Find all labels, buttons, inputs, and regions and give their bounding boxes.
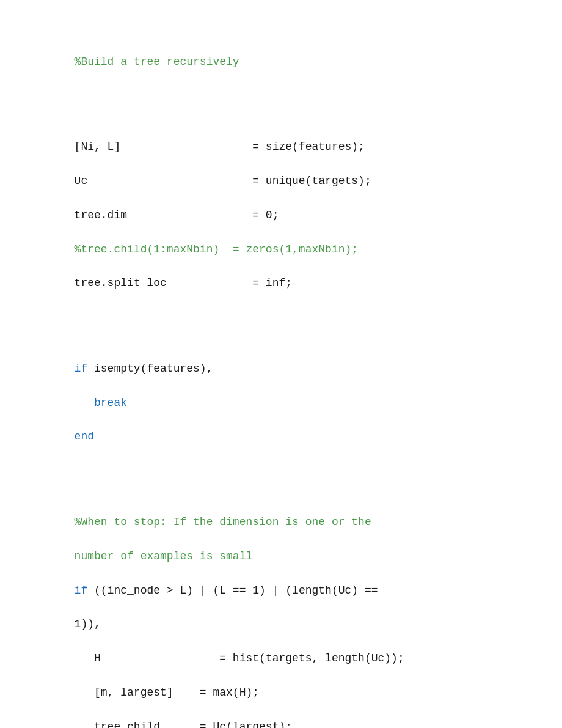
code-uc: Uc = unique(targets);: [75, 175, 371, 187]
code-break-1: break: [75, 397, 127, 409]
blank-line-2: [61, 326, 525, 344]
comment-tree-child: %tree.child(1:maxNbin) = zeros(1,maxNbin…: [75, 243, 358, 256]
comment-build-tree: %Build a tree recursively: [75, 56, 239, 68]
blank-line-3: [61, 480, 525, 497]
code-m-largest: [m, largest] = max(H);: [75, 686, 259, 699]
blank-line-1: [61, 105, 525, 122]
code-if-inc-node: if ((inc_node > L) | (L == 1) | (length(…: [75, 584, 378, 597]
code-ni-l: [Ni, L] = size(features);: [75, 141, 365, 153]
comment-when-to-stop-1: %When to stop: If the dimension is one o…: [75, 516, 371, 528]
code-if-inc-node-2: 1)),: [75, 618, 101, 630]
comment-when-to-stop-2: number of examples is small: [75, 550, 253, 562]
code-tree-split-loc: tree.split_loc = inf;: [75, 277, 292, 289]
code-h-hist: H = hist(targets, length(Uc));: [75, 652, 404, 664]
code-container: %Build a tree recursively [Ni, L] = size…: [61, 37, 525, 728]
code-tree-child-assign: tree.child = Uc(largest);: [75, 721, 292, 728]
code-tree-dim: tree.dim = 0;: [75, 209, 279, 221]
code-end-1: end: [75, 430, 94, 443]
code-if-isempty: if isempty(features),: [75, 362, 213, 375]
